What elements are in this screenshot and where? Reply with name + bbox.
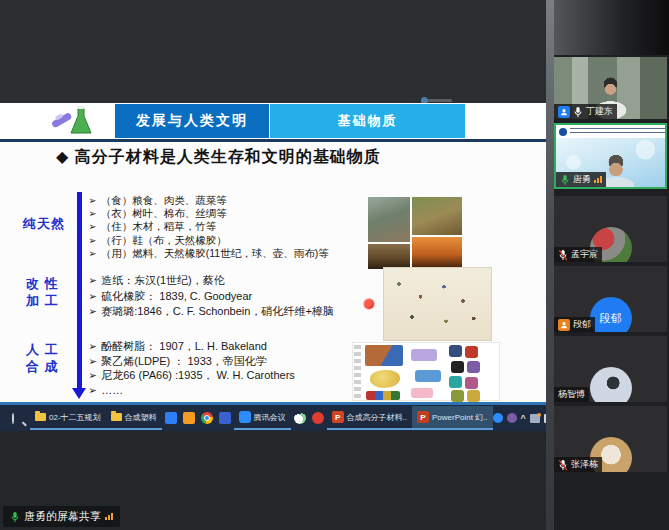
header-divider <box>0 139 546 142</box>
bullet-icon: ➢ <box>88 304 96 320</box>
list-item-text: …… <box>101 383 123 398</box>
diagram-label-box <box>411 388 433 398</box>
participant-namebar: 孟宇宸 <box>554 247 602 262</box>
mic-muted-icon <box>558 459 568 471</box>
participant-tile[interactable]: 丁建东 <box>554 57 667 119</box>
bullet-group-modified: ➢造纸：东汉(1世纪)，蔡伦 ➢硫化橡胶： 1839, C. Goodyear … <box>88 273 334 320</box>
fabric-sample-image <box>366 391 400 400</box>
display-tray-icon <box>530 414 540 423</box>
avatar-initials: 段郁 <box>590 297 632 332</box>
product-icon <box>451 361 464 373</box>
institute-logo-icon <box>559 128 567 136</box>
shared-taskbar: 02-十二五规划 合成塑料 腾讯会议 P 合成高分子材料.. P Pow <box>0 405 546 431</box>
rubber-goods-image <box>365 345 403 366</box>
laser-dot <box>364 299 374 309</box>
screen-share-view: 发展与人类文明 基础物质 ◆ 高分子材料是人类生存和文明的基础物质 纯天然 改 … <box>0 0 546 530</box>
participant-tile[interactable]: 孟宇宸 <box>554 196 667 262</box>
member-person-badge-icon <box>558 319 570 331</box>
participant-name: 段郁 <box>573 318 591 331</box>
section-label-synthetic: 人 工 合 成 <box>26 341 59 375</box>
bullet-icon: ➢ <box>88 383 96 398</box>
participant-name: 张泽栋 <box>571 458 598 471</box>
bullet-group-natural: ➢（食）粮食、肉类、蔬菜等 ➢（衣）树叶、棉布、丝绸等 ➢（住）木材，稻草，竹等… <box>88 194 329 260</box>
participant-namebar: 张泽栋 <box>554 457 602 472</box>
list-item: ➢尼龙66 (PA66) :1935， W. H. Carothers <box>88 368 295 383</box>
product-icon <box>467 361 480 373</box>
flask-icon <box>50 105 92 138</box>
share-banner-text: 唐勇的屏幕共享 <box>24 509 101 524</box>
list-item: ➢（用）燃料、天然橡胶(11世纪，球、壶、雨布)等 <box>88 247 329 260</box>
signal-bars-icon <box>105 513 113 520</box>
participant-tile[interactable]: 张泽栋 <box>554 406 667 472</box>
bullet-icon: ➢ <box>88 247 96 260</box>
section-label-modified: 改 性 加 工 <box>26 275 59 309</box>
taskbar-window-meeting: 腾讯会议 <box>234 406 291 430</box>
participant-tile-active[interactable]: 唐勇 <box>554 123 667 189</box>
bullet-group-synthetic: ➢酚醛树脂： 1907，L. H. Bakeland ➢聚乙烯(LDPE) ： … <box>88 339 295 397</box>
meeting-icon <box>239 411 251 423</box>
product-icon <box>465 346 478 358</box>
slide-scrollbar <box>424 99 452 102</box>
list-item-text: （食）粮食、肉类、蔬菜等 <box>101 194 227 207</box>
tab-development-civilization: 发展与人类文明 <box>115 104 269 138</box>
list-item-text: （用）燃料、天然橡胶(11世纪，球、壶、雨布)等 <box>101 247 329 260</box>
resin-sample-image <box>370 370 400 388</box>
meeting-window: 发展与人类文明 基础物质 ◆ 高分子材料是人类生存和文明的基础物质 纯天然 改 … <box>0 0 669 530</box>
sidebar-resize-handle[interactable] <box>546 0 554 530</box>
list-item: ➢酚醛树脂： 1907，L. H. Bakeland <box>88 339 295 354</box>
orange-app-icon <box>183 412 195 424</box>
taskbar-window-label: 合成高分子材料.. <box>347 412 407 423</box>
product-icon <box>451 390 464 402</box>
thatched-hut-image <box>368 244 410 269</box>
chevron-up-icon: ^ <box>521 413 526 423</box>
bullet-icon: ➢ <box>88 273 96 289</box>
signal-bars-icon <box>594 176 602 183</box>
bullet-icon: ➢ <box>88 354 96 369</box>
list-item: ➢赛璐璐:1846，C. F. Schonbein，硝化纤维+樟脑 <box>88 304 334 320</box>
list-item-text: （衣）树叶、棉布、丝绸等 <box>101 207 227 220</box>
list-item: ➢（衣）树叶、棉布、丝绸等 <box>88 207 329 220</box>
share-banner: 唐勇的屏幕共享 <box>3 506 120 527</box>
timeline-arrow-icon <box>72 388 86 399</box>
bullet-icon: ➢ <box>88 339 96 354</box>
polymer-products-diagram <box>352 342 500 401</box>
list-item-text: 造纸：东汉(1世纪)，蔡伦 <box>101 273 224 289</box>
blue-app-icon <box>165 412 177 424</box>
list-item-text: 赛璐璐:1846，C. F. Schonbein，硝化纤维+樟脑 <box>101 304 334 320</box>
mic-green-icon <box>10 511 20 523</box>
tab-basic-substance: 基础物质 <box>270 104 465 138</box>
diagram-label-box <box>411 349 437 361</box>
prehistoric-human-image <box>368 197 410 242</box>
participant-namebar: 段郁 <box>554 317 595 332</box>
product-icon <box>465 377 478 389</box>
slide-header: 发展与人类文明 基础物质 <box>0 103 546 139</box>
participant-tile[interactable]: 段郁 段郁 <box>554 266 667 332</box>
diagram-sidebar-thumbs <box>354 345 361 399</box>
slide-title: ◆ 高分子材料是人类生存和文明的基础物质 <box>56 147 526 168</box>
product-icon <box>467 390 480 402</box>
timeline-bar <box>77 192 82 388</box>
bullet-icon: ➢ <box>88 220 96 233</box>
institute-logo-text-lines <box>570 128 666 135</box>
cloud-icon <box>294 412 306 424</box>
bullet-icon: ➢ <box>88 234 96 247</box>
powerpoint-icon: P <box>417 411 429 423</box>
taskbar-window-folder2: 合成塑料 <box>106 406 162 430</box>
powerpoint-icon: P <box>332 411 344 423</box>
papermaking-illustration <box>383 267 492 341</box>
tray-blue-icon <box>493 413 503 423</box>
ancient-scene-image <box>412 197 462 235</box>
magnifier-icon <box>12 413 14 424</box>
participant-tile[interactable]: 杨智博 <box>554 336 667 402</box>
avatar <box>590 367 632 402</box>
list-item-text: 聚乙烯(LDPE) ： 1933，帝国化学 <box>101 354 267 369</box>
bullet-icon: ➢ <box>88 194 96 207</box>
product-icon <box>449 345 462 357</box>
folder-icon <box>111 413 122 421</box>
taskbar-window-ppt-show: P PowerPoint 幻.. <box>412 406 493 430</box>
bullet-icon: ➢ <box>88 207 96 220</box>
list-item: ➢聚乙烯(LDPE) ： 1933，帝国化学 <box>88 354 295 369</box>
participant-name: 唐勇 <box>573 173 591 186</box>
participant-strip: 丁建东 唐勇 孟宇宸 段郁 <box>554 0 669 530</box>
taskbar-window-label: 02-十二五规划 <box>49 412 101 423</box>
